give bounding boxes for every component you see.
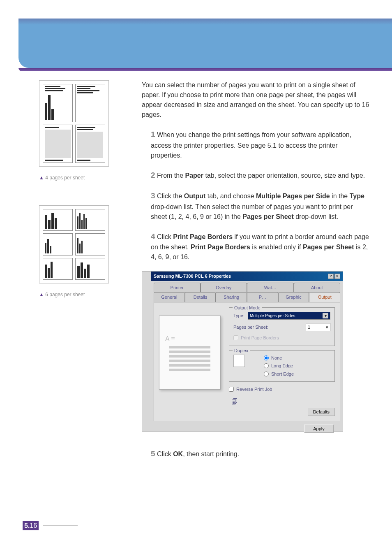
chevron-down-icon: ▾ bbox=[326, 324, 328, 331]
tab-output[interactable]: Output bbox=[309, 292, 340, 302]
reverse-print-checkbox[interactable]: Reverse Print Job bbox=[229, 386, 335, 393]
step-5-a: Click bbox=[157, 451, 173, 457]
apply-button[interactable]: Apply bbox=[304, 425, 334, 433]
tab-p[interactable]: P… bbox=[247, 292, 278, 302]
step-3-a: Click the bbox=[157, 193, 184, 200]
radio-long-edge[interactable]: Long Edge bbox=[264, 362, 294, 369]
dialog-titlebar: Samsung ML-7300 PCL 6 Properties ? × bbox=[151, 272, 343, 281]
step-number: 2 bbox=[151, 171, 155, 179]
step-3-d: Multiple Pages per Side bbox=[256, 193, 330, 200]
duplex-group: Duplex None Long Edge Short Edge bbox=[229, 350, 335, 382]
step-1: 1 When you change the print settings fro… bbox=[142, 129, 369, 160]
duplex-legend: Duplex bbox=[233, 347, 250, 354]
step-3-b: Output bbox=[184, 193, 205, 200]
step-1-text: When you change the print settings from … bbox=[151, 131, 351, 159]
step-number: 3 bbox=[151, 191, 155, 200]
step-3-f: Type bbox=[350, 193, 364, 200]
type-dropdown[interactable]: Multiple Pages per Sides▾ bbox=[248, 312, 330, 320]
tab-general[interactable]: General bbox=[154, 292, 185, 302]
intro-paragraph: You can select the number of pages you w… bbox=[142, 80, 369, 120]
step-number: 1 bbox=[151, 130, 155, 139]
duplex-icon bbox=[233, 355, 245, 367]
step-4-f: Pages per Sheet bbox=[303, 244, 354, 251]
step-number: 4 bbox=[151, 232, 155, 241]
tab-sharing[interactable]: Sharing bbox=[216, 292, 247, 302]
tabbar: General Details Sharing P… Graphic Outpu… bbox=[154, 283, 340, 302]
left-column: 4 pages per sheet 6 pages per sheet bbox=[39, 80, 121, 469]
step-5-b: OK bbox=[173, 451, 183, 457]
type-label: Type: bbox=[233, 312, 244, 319]
step-2: 2 From the Paper tab, select the paper o… bbox=[142, 170, 369, 181]
pps-label: Pages per Sheet: bbox=[233, 324, 268, 331]
step-2-c: tab, select the paper orientation, sourc… bbox=[203, 172, 365, 179]
step-4-e: is enabled only if bbox=[250, 244, 303, 251]
step-3-i: drop-down list. bbox=[294, 213, 339, 220]
page-header bbox=[18, 0, 392, 68]
step-4-a: Click bbox=[157, 233, 173, 240]
step-2-a: From the bbox=[157, 172, 185, 179]
step-2-b: Paper bbox=[185, 172, 203, 179]
step-4: 4 Click Print Page Borders if you want t… bbox=[142, 231, 369, 262]
output-mode-group: Output Mode Type: Multiple Pages per Sid… bbox=[229, 307, 335, 346]
thumbnail-6up bbox=[39, 205, 109, 283]
step-3-c: tab, and choose bbox=[205, 193, 256, 200]
tab-printer[interactable]: Printer bbox=[154, 283, 201, 293]
step-3-h: Pages per Sheet bbox=[242, 213, 294, 220]
step-5: 5 Click OK, then start printing. bbox=[142, 448, 369, 460]
tab-overlay[interactable]: Overlay bbox=[201, 283, 247, 293]
thumbnail-4up bbox=[39, 80, 109, 167]
radio-short-edge[interactable]: Short Edge bbox=[264, 371, 294, 378]
tab-details[interactable]: Details bbox=[185, 292, 216, 302]
defaults-button[interactable]: Defaults bbox=[308, 408, 335, 416]
tab-about[interactable]: About bbox=[294, 283, 341, 293]
step-3: 3 Click the Output tab, and choose Multi… bbox=[142, 190, 369, 222]
help-icon[interactable]: ? bbox=[328, 274, 334, 279]
output-mode-legend: Output Mode bbox=[233, 304, 262, 311]
printer-properties-dialog: Samsung ML-7300 PCL 6 Properties ? × Gen… bbox=[142, 271, 343, 432]
step-4-d: Print Page Borders bbox=[191, 244, 250, 251]
reverse-icon: 🗐 bbox=[229, 397, 240, 407]
tab-graphic[interactable]: Graphic bbox=[278, 292, 309, 302]
header-gradient bbox=[18, 19, 392, 25]
step-number: 5 bbox=[151, 449, 155, 458]
step-5-c: , then start printing. bbox=[183, 451, 239, 457]
print-page-borders-checkbox[interactable]: Print Page Borders bbox=[233, 334, 330, 341]
caption-4-per-sheet: 4 pages per sheet bbox=[39, 175, 121, 181]
right-column: You can select the number of pages you w… bbox=[142, 80, 369, 469]
chevron-down-icon: ▾ bbox=[323, 313, 328, 318]
content-area: 4 pages per sheet 6 pages per sheet You … bbox=[0, 68, 392, 469]
pps-dropdown[interactable]: 1▾ bbox=[306, 323, 330, 332]
step-3-e: in the bbox=[330, 193, 350, 200]
dialog-title-text: Samsung ML-7300 PCL 6 Properties bbox=[154, 273, 231, 280]
preview-pane: A ≡ bbox=[159, 307, 221, 416]
tab-watermark[interactable]: Wat… bbox=[247, 283, 294, 293]
caption-6-per-sheet: 6 pages per sheet bbox=[39, 292, 121, 297]
step-4-b: Print Page Borders bbox=[173, 233, 233, 240]
radio-none[interactable]: None bbox=[264, 355, 294, 362]
tab-pane-output: A ≡ Output Mode Type: Multiple Pages per… bbox=[154, 302, 340, 421]
close-icon[interactable]: × bbox=[334, 274, 340, 279]
page-number: 5.16 bbox=[23, 521, 78, 530]
